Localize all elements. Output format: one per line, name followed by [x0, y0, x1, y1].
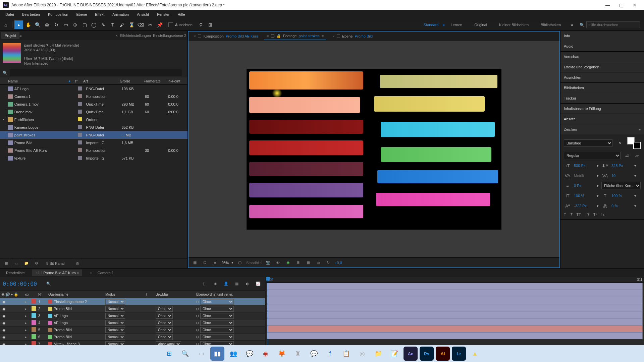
- refresh-button[interactable]: ↻: [325, 259, 332, 266]
- vscale-dropdown[interactable]: ▾: [597, 194, 599, 198]
- project-tab[interactable]: Projekt: [1, 32, 19, 39]
- lr-taskbar[interactable]: Lr: [452, 347, 466, 361]
- roto-tool[interactable]: ✂: [146, 20, 155, 29]
- stroke-dropdown[interactable]: ▾: [597, 184, 599, 188]
- menu-komposition[interactable]: Komposition: [45, 11, 72, 18]
- layer-row[interactable]: ◉▸2Promo BildNormalOhne⊙Ohne: [0, 305, 265, 312]
- shy-button[interactable]: 👤: [222, 280, 230, 288]
- firefox-taskbar[interactable]: 🦊: [275, 347, 289, 361]
- timeline-tab[interactable]: × Promo Bild AE Kurs ≡: [32, 269, 83, 276]
- col-nr[interactable]: Nr.: [38, 293, 48, 296]
- panel-header-effekte-und-vorgaben[interactable]: Effekte und Vorgaben: [560, 62, 644, 72]
- project-row[interactable]: AE LogoPNG-Datei103 KB: [0, 85, 187, 93]
- col-art[interactable]: Art: [83, 79, 120, 83]
- zoom-dropdown-icon[interactable]: ▾: [231, 260, 233, 265]
- menu-hilfe[interactable]: Hilfe: [174, 11, 189, 18]
- zoom-tool[interactable]: 🔍: [33, 20, 42, 29]
- panel-header-audio[interactable]: Audio: [560, 41, 644, 51]
- comp-flowchart-button[interactable]: ⬚: [201, 280, 209, 288]
- layer-row[interactable]: ◉▸6Promo BildNormalOhne⊙Ohne: [0, 334, 265, 341]
- project-row[interactable]: Camera 1.movQuickTime290 MB600:00:0: [0, 100, 187, 108]
- close-effect-tab[interactable]: ×: [114, 34, 120, 38]
- grid-button[interactable]: ⊞: [294, 259, 302, 266]
- allcaps-button[interactable]: TT: [576, 213, 581, 217]
- col-swatch[interactable]: 🏷: [25, 293, 38, 297]
- snapshot-button[interactable]: 📷: [264, 259, 272, 266]
- hscale-value[interactable]: 100 %: [611, 194, 632, 198]
- explorer-taskbar[interactable]: ▮▮: [210, 347, 224, 361]
- eyedropper-icon[interactable]: ✎: [615, 138, 625, 148]
- project-row[interactable]: Promo BildImporte...G1,6 MB: [0, 139, 187, 146]
- ps-taskbar[interactable]: Ps: [420, 347, 434, 361]
- clone-tool[interactable]: ⌛: [127, 20, 136, 29]
- col-fps[interactable]: Framerate: [144, 79, 167, 83]
- col-tag[interactable]: 🏷: [74, 79, 83, 83]
- tsume-value[interactable]: 0 %: [611, 204, 632, 208]
- minimize-button[interactable]: —: [601, 0, 614, 10]
- size-dropdown[interactable]: ▾: [597, 164, 599, 168]
- mask-button[interactable]: ▢: [236, 259, 244, 266]
- interpret-footage-button[interactable]: ▦: [3, 260, 10, 267]
- tracking-value[interactable]: 10: [611, 174, 632, 178]
- nofill-icon[interactable]: ▱: [633, 152, 641, 159]
- panel-header-info[interactable]: Info: [560, 31, 644, 41]
- workspace-lernen[interactable]: Lernen: [445, 23, 468, 27]
- res-button[interactable]: ◈: [211, 259, 219, 266]
- project-row[interactable]: ▸FarbflächenOrdner: [0, 116, 187, 123]
- brush-tool[interactable]: 🖌: [118, 20, 126, 29]
- zoom-value[interactable]: 25%: [221, 261, 229, 265]
- font-size-value[interactable]: 500 Px: [574, 164, 594, 168]
- project-search-input[interactable]: [10, 69, 182, 76]
- app3-taskbar[interactable]: 📋: [339, 347, 353, 361]
- workspace-kleiner bildschirm[interactable]: Kleiner Bildschirm: [493, 23, 535, 27]
- timeline-tab[interactable]: × Camera 1: [86, 269, 117, 276]
- snap-grid[interactable]: ⊞: [206, 20, 215, 29]
- stroke-value[interactable]: 0 Px: [574, 184, 594, 188]
- viewer-tab[interactable]: ×KompositionPromo Bild AE Kurs: [191, 33, 261, 40]
- track-bar[interactable]: [267, 318, 643, 325]
- solo-col-icon[interactable]: ●: [11, 292, 13, 297]
- track-bar[interactable]: [267, 297, 643, 304]
- ellipse-tool[interactable]: ◯: [90, 20, 98, 29]
- workspace-standard[interactable]: Standard: [420, 23, 443, 27]
- draft3d-button[interactable]: ◈: [211, 280, 219, 288]
- baseline-value[interactable]: -322 Px: [574, 204, 594, 208]
- track-bar[interactable]: [267, 311, 643, 318]
- track-bar[interactable]: [267, 325, 643, 332]
- layer-row[interactable]: ◉▸3AE LogoNormalOhne⊙Ohne: [0, 312, 265, 319]
- font-family-select[interactable]: Banshee: [564, 139, 612, 147]
- menu-ansicht[interactable]: Ansicht: [133, 11, 152, 18]
- workspace-original[interactable]: Original: [468, 23, 493, 27]
- italic-button[interactable]: T: [570, 213, 573, 217]
- trash-button[interactable]: 🗑: [74, 260, 81, 267]
- app4-taskbar[interactable]: ▲: [468, 347, 482, 361]
- track-bar[interactable]: [267, 290, 643, 297]
- layer-row[interactable]: ◉▸5Promo BildNormalOhne⊙Ohne: [0, 326, 265, 334]
- search-taskbar[interactable]: 🔍: [178, 347, 192, 361]
- show-snapshot-button[interactable]: 👁: [274, 259, 282, 266]
- project-tab-menu[interactable]: ≡: [19, 34, 21, 38]
- shape-tool[interactable]: ▢: [80, 20, 89, 29]
- zeichen-menu-icon[interactable]: ≡: [639, 127, 641, 131]
- menu-fenster[interactable]: Fenster: [154, 11, 173, 18]
- baseline-dropdown[interactable]: ▾: [597, 204, 599, 208]
- menu-animation[interactable]: Animation: [109, 11, 132, 18]
- orbit-tool[interactable]: ◎: [43, 20, 51, 29]
- rotate-tool[interactable]: ↻: [52, 20, 61, 29]
- new-comp-button[interactable]: ▭: [13, 260, 20, 267]
- task-view[interactable]: ▭: [194, 347, 208, 361]
- facebook-taskbar[interactable]: f: [323, 347, 337, 361]
- panel-header-inhaltsbasierte-füllung[interactable]: Inhaltsbasierte Füllung: [560, 104, 644, 114]
- lock-col-icon[interactable]: 🔒: [14, 292, 18, 297]
- channel-button[interactable]: ⬡: [201, 259, 209, 266]
- camera-tool[interactable]: ▭: [61, 20, 70, 29]
- workspace-more[interactable]: »: [568, 20, 576, 29]
- track-bar[interactable]: [267, 304, 643, 311]
- layer-row[interactable]: ◉▸1Einstellungsebene 2Normal⊙Ohne: [0, 298, 265, 305]
- obs-taskbar[interactable]: ◎: [355, 347, 369, 361]
- whatsapp-taskbar[interactable]: 💬: [243, 347, 257, 361]
- superscript-button[interactable]: T¹: [593, 213, 597, 217]
- motion-blur-button[interactable]: ◐: [244, 280, 252, 288]
- messenger-taskbar[interactable]: 💬: [307, 347, 321, 361]
- project-row[interactable]: Drone.movQuickTime1,1 GB600:00:0: [0, 108, 187, 116]
